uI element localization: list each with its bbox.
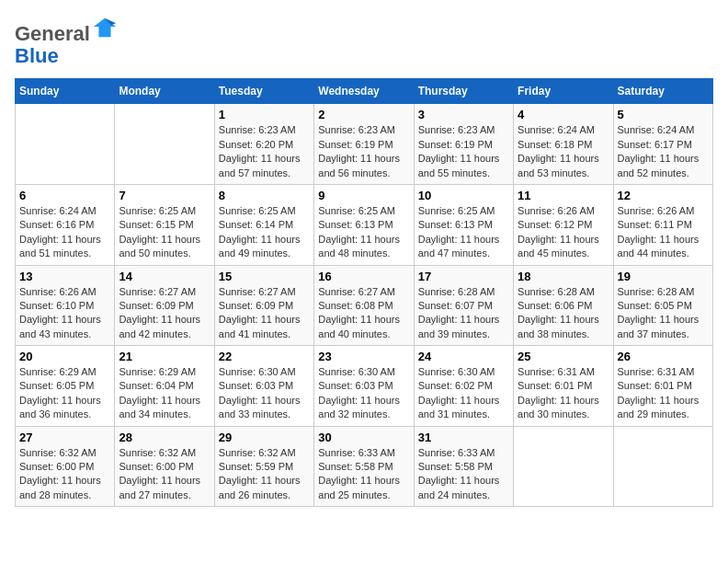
day-number: 24 (418, 350, 509, 363)
day-number: 2 (318, 108, 409, 121)
day-number: 8 (219, 189, 310, 202)
day-number: 27 (19, 431, 110, 444)
calendar-cell: 9Sunrise: 6:25 AM Sunset: 6:13 PM Daylig… (314, 184, 414, 265)
calendar-cell: 13Sunrise: 6:26 AM Sunset: 6:10 PM Dayli… (16, 265, 115, 346)
day-number: 5 (618, 108, 709, 121)
day-info: Sunrise: 6:27 AM Sunset: 6:09 PM Dayligh… (119, 285, 210, 342)
calendar-cell: 21Sunrise: 6:29 AM Sunset: 6:04 PM Dayli… (115, 346, 214, 427)
day-info: Sunrise: 6:25 AM Sunset: 6:13 PM Dayligh… (318, 204, 409, 261)
weekday-header-friday: Friday (514, 79, 613, 104)
day-number: 12 (618, 189, 709, 202)
day-number: 30 (318, 431, 409, 444)
day-info: Sunrise: 6:27 AM Sunset: 6:08 PM Dayligh… (318, 285, 409, 342)
weekday-header-tuesday: Tuesday (214, 79, 313, 104)
day-info: Sunrise: 6:23 AM Sunset: 6:19 PM Dayligh… (418, 123, 509, 180)
calendar-cell: 31Sunrise: 6:33 AM Sunset: 5:58 PM Dayli… (414, 426, 513, 507)
calendar-cell (115, 104, 214, 185)
day-info: Sunrise: 6:29 AM Sunset: 6:04 PM Dayligh… (119, 365, 210, 422)
week-row-0: 1Sunrise: 6:23 AM Sunset: 6:20 PM Daylig… (16, 104, 713, 185)
weekday-header-row: SundayMondayTuesdayWednesdayThursdayFrid… (16, 79, 713, 104)
calendar-cell: 1Sunrise: 6:23 AM Sunset: 6:20 PM Daylig… (214, 104, 313, 185)
day-info: Sunrise: 6:30 AM Sunset: 6:03 PM Dayligh… (219, 365, 310, 422)
logo-blue: Blue (15, 44, 59, 67)
day-number: 28 (119, 431, 210, 444)
day-number: 17 (418, 270, 509, 283)
day-info: Sunrise: 6:32 AM Sunset: 6:00 PM Dayligh… (119, 446, 210, 503)
day-number: 14 (119, 270, 210, 283)
calendar-cell: 14Sunrise: 6:27 AM Sunset: 6:09 PM Dayli… (115, 265, 214, 346)
day-number: 29 (219, 431, 310, 444)
calendar-table: SundayMondayTuesdayWednesdayThursdayFrid… (15, 78, 713, 507)
day-info: Sunrise: 6:24 AM Sunset: 6:18 PM Dayligh… (518, 123, 609, 180)
day-number: 15 (219, 270, 310, 283)
page-header: General Blue (15, 15, 713, 67)
day-info: Sunrise: 6:32 AM Sunset: 5:59 PM Dayligh… (219, 446, 310, 503)
day-info: Sunrise: 6:26 AM Sunset: 6:10 PM Dayligh… (19, 285, 110, 342)
logo-bird-icon (92, 15, 118, 40)
day-info: Sunrise: 6:23 AM Sunset: 6:19 PM Dayligh… (318, 123, 409, 180)
logo: General Blue (15, 15, 118, 67)
day-number: 21 (119, 350, 210, 363)
weekday-header-monday: Monday (115, 79, 214, 104)
calendar-cell: 3Sunrise: 6:23 AM Sunset: 6:19 PM Daylig… (414, 104, 513, 185)
calendar-cell: 5Sunrise: 6:24 AM Sunset: 6:17 PM Daylig… (613, 104, 712, 185)
day-info: Sunrise: 6:33 AM Sunset: 5:58 PM Dayligh… (418, 446, 509, 503)
day-info: Sunrise: 6:27 AM Sunset: 6:09 PM Dayligh… (219, 285, 310, 342)
calendar-cell: 8Sunrise: 6:25 AM Sunset: 6:14 PM Daylig… (214, 184, 313, 265)
calendar-cell: 27Sunrise: 6:32 AM Sunset: 6:00 PM Dayli… (16, 426, 115, 507)
calendar-cell (16, 104, 115, 185)
day-number: 20 (19, 350, 110, 363)
calendar-cell: 25Sunrise: 6:31 AM Sunset: 6:01 PM Dayli… (514, 346, 613, 427)
day-info: Sunrise: 6:28 AM Sunset: 6:07 PM Dayligh… (418, 285, 509, 342)
calendar-body: 1Sunrise: 6:23 AM Sunset: 6:20 PM Daylig… (16, 104, 713, 507)
calendar-cell: 16Sunrise: 6:27 AM Sunset: 6:08 PM Dayli… (314, 265, 414, 346)
day-number: 16 (318, 270, 409, 283)
day-info: Sunrise: 6:28 AM Sunset: 6:06 PM Dayligh… (518, 285, 609, 342)
calendar-cell: 23Sunrise: 6:30 AM Sunset: 6:03 PM Dayli… (314, 346, 414, 427)
day-number: 13 (19, 270, 110, 283)
calendar-cell: 17Sunrise: 6:28 AM Sunset: 6:07 PM Dayli… (414, 265, 513, 346)
day-info: Sunrise: 6:30 AM Sunset: 6:02 PM Dayligh… (418, 365, 509, 422)
calendar-cell: 29Sunrise: 6:32 AM Sunset: 5:59 PM Dayli… (214, 426, 313, 507)
weekday-header-saturday: Saturday (613, 79, 712, 104)
calendar-cell (613, 426, 712, 507)
calendar-cell: 20Sunrise: 6:29 AM Sunset: 6:05 PM Dayli… (16, 346, 115, 427)
day-info: Sunrise: 6:24 AM Sunset: 6:16 PM Dayligh… (19, 204, 110, 261)
calendar-cell: 22Sunrise: 6:30 AM Sunset: 6:03 PM Dayli… (214, 346, 313, 427)
week-row-2: 13Sunrise: 6:26 AM Sunset: 6:10 PM Dayli… (16, 265, 713, 346)
calendar-cell: 2Sunrise: 6:23 AM Sunset: 6:19 PM Daylig… (314, 104, 414, 185)
calendar-cell: 18Sunrise: 6:28 AM Sunset: 6:06 PM Dayli… (514, 265, 613, 346)
day-number: 10 (418, 189, 509, 202)
day-number: 3 (418, 108, 509, 121)
calendar-cell: 30Sunrise: 6:33 AM Sunset: 5:58 PM Dayli… (314, 426, 414, 507)
calendar-cell: 26Sunrise: 6:31 AM Sunset: 6:01 PM Dayli… (613, 346, 712, 427)
day-number: 4 (518, 108, 609, 121)
day-info: Sunrise: 6:28 AM Sunset: 6:05 PM Dayligh… (618, 285, 709, 342)
calendar-cell (514, 426, 613, 507)
calendar-cell: 6Sunrise: 6:24 AM Sunset: 6:16 PM Daylig… (16, 184, 115, 265)
calendar-cell: 19Sunrise: 6:28 AM Sunset: 6:05 PM Dayli… (613, 265, 712, 346)
calendar-cell: 4Sunrise: 6:24 AM Sunset: 6:18 PM Daylig… (514, 104, 613, 185)
day-info: Sunrise: 6:26 AM Sunset: 6:12 PM Dayligh… (518, 204, 609, 261)
day-number: 6 (19, 189, 110, 202)
day-number: 18 (518, 270, 609, 283)
day-info: Sunrise: 6:25 AM Sunset: 6:15 PM Dayligh… (119, 204, 210, 261)
weekday-header-wednesday: Wednesday (314, 79, 414, 104)
calendar-cell: 28Sunrise: 6:32 AM Sunset: 6:00 PM Dayli… (115, 426, 214, 507)
day-number: 25 (518, 350, 609, 363)
day-info: Sunrise: 6:25 AM Sunset: 6:14 PM Dayligh… (219, 204, 310, 261)
day-info: Sunrise: 6:30 AM Sunset: 6:03 PM Dayligh… (318, 365, 409, 422)
weekday-header-sunday: Sunday (16, 79, 115, 104)
day-info: Sunrise: 6:25 AM Sunset: 6:13 PM Dayligh… (418, 204, 509, 261)
calendar-cell: 7Sunrise: 6:25 AM Sunset: 6:15 PM Daylig… (115, 184, 214, 265)
week-row-1: 6Sunrise: 6:24 AM Sunset: 6:16 PM Daylig… (16, 184, 713, 265)
day-number: 9 (318, 189, 409, 202)
day-info: Sunrise: 6:31 AM Sunset: 6:01 PM Dayligh… (618, 365, 709, 422)
day-info: Sunrise: 6:33 AM Sunset: 5:58 PM Dayligh… (318, 446, 409, 503)
weekday-header-thursday: Thursday (414, 79, 513, 104)
calendar-cell: 12Sunrise: 6:26 AM Sunset: 6:11 PM Dayli… (613, 184, 712, 265)
day-number: 19 (618, 270, 709, 283)
day-info: Sunrise: 6:29 AM Sunset: 6:05 PM Dayligh… (19, 365, 110, 422)
day-number: 11 (518, 189, 609, 202)
calendar-cell: 15Sunrise: 6:27 AM Sunset: 6:09 PM Dayli… (214, 265, 313, 346)
